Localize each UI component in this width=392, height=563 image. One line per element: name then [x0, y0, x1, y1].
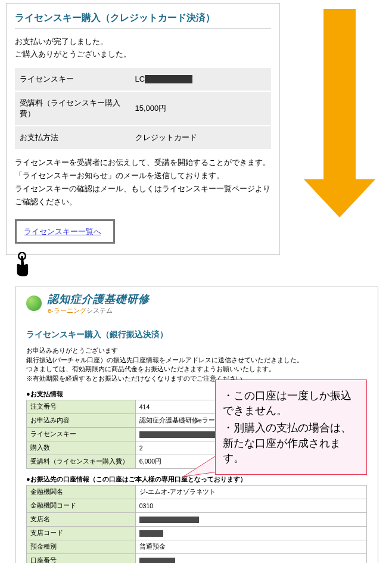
redacted-block: [139, 431, 217, 438]
value-license-key: LC: [130, 67, 272, 91]
pointer-hand-icon: [12, 252, 32, 278]
intro-message: お申込みありがとうございます 銀行振込(バーチャル口座）の振込先口座情報をメール…: [26, 346, 367, 384]
table-label: お申込み内容: [27, 413, 136, 427]
table-value: 普通預金: [135, 540, 366, 553]
redacted-block: [139, 530, 163, 537]
table-label: 口座番号: [27, 553, 136, 563]
label-license-key: ライセンスキー: [15, 67, 130, 91]
table-value: [135, 526, 366, 540]
value-method: クレジットカード: [130, 126, 272, 149]
bank-transfer-panel: 認知症介護基礎研修 e-ラーニングシステム ライセンスキー購入（銀行振込決済） …: [15, 287, 378, 563]
callout-note: ・この口座は一度しか振込できません。 ・別購入の支払の場合は、新たな口座が作成さ…: [215, 380, 367, 475]
redacted-block: [139, 558, 175, 563]
table-value: 0310: [135, 499, 366, 512]
table-label: 支店コード: [27, 526, 136, 540]
callout-line: ・この口座は一度しか振込できません。: [223, 388, 359, 418]
svg-marker-1: [183, 455, 217, 477]
credit-card-payment-panel: ライセンスキー購入（クレジットカード決済） お支払いが完了しました。 ご購入あり…: [6, 3, 280, 255]
license-list-link-box: ライセンスキー一覧へ: [15, 219, 115, 244]
table-label: 支店名: [27, 512, 136, 526]
logo-icon: [26, 296, 42, 311]
down-arrow: [304, 9, 375, 229]
logo-title: 認知症介護基礎研修: [48, 292, 150, 306]
table-label: 注文番号: [27, 400, 136, 413]
table-label: 受講料（ライセンスキー購入費）: [27, 455, 136, 468]
payment-details-table: ライセンスキー LC 受講料（ライセンスキー購入費） 15,000円 お支払方法…: [15, 67, 271, 149]
label-fee: 受講料（ライセンスキー購入費）: [15, 91, 130, 126]
label-method: お支払方法: [15, 126, 130, 149]
callout-line: ・別購入の支払の場合は、新たな口座が作成されます。: [223, 421, 359, 466]
msg-line: 銀行振込(バーチャル口座）の振込先口座情報をメールアドレスに送信させていただきま…: [26, 356, 367, 365]
table-label: 金融機関コード: [27, 499, 136, 512]
logo-subtitle: e-ラーニングシステム: [48, 306, 150, 315]
table-label: 金融機関名: [27, 485, 136, 499]
table-value: [135, 553, 366, 563]
table-value: ジ-エムオ-アオゾラネツト: [135, 485, 366, 499]
info-note: ライセンスキーを受講者にお伝えして、受講を開始することができます。 「ライセンス…: [15, 156, 271, 209]
table-label: 購入数: [27, 441, 136, 455]
redacted-block: [145, 75, 192, 83]
logo-header: 認知症介護基礎研修 e-ラーニングシステム: [15, 287, 378, 315]
panel-title: ライセンスキー購入（銀行振込決済）: [26, 329, 367, 340]
redacted-block: [139, 517, 199, 523]
note-line: ライセンスキーを受講者にお伝えして、受講を開始することができます。: [15, 156, 271, 169]
msg-line: お申込みありがとうございます: [26, 346, 367, 356]
license-list-link[interactable]: ライセンスキー一覧へ: [24, 227, 101, 236]
msg-line: お支払いが完了しました。: [15, 36, 271, 48]
panel-title: ライセンスキー購入（クレジットカード決済）: [15, 12, 271, 29]
table-value: [135, 512, 366, 526]
msg-line: つきましては、有効期限内に商品代金をお振込いただきますようお願いいたします。: [26, 365, 367, 374]
note-line: 「ライセンスキーお知らせ」のメールを送信しております。: [15, 169, 271, 182]
account-info-table: 金融機関名ジ-エムオ-アオゾラネツト 金融機関コード0310 支店名 支店コード…: [26, 485, 367, 563]
note-line: ライセンスキーの確認はメール、もしくはライセンスキー一覧ページよりご確認ください…: [15, 182, 271, 209]
table-label: ライセンスキー: [27, 427, 136, 441]
msg-line: ご購入ありがとうございました。: [15, 48, 271, 61]
table-label: 預金種別: [27, 540, 136, 553]
completion-message: お支払いが完了しました。 ご購入ありがとうございました。: [15, 36, 271, 61]
value-fee: 15,000円: [130, 91, 272, 126]
